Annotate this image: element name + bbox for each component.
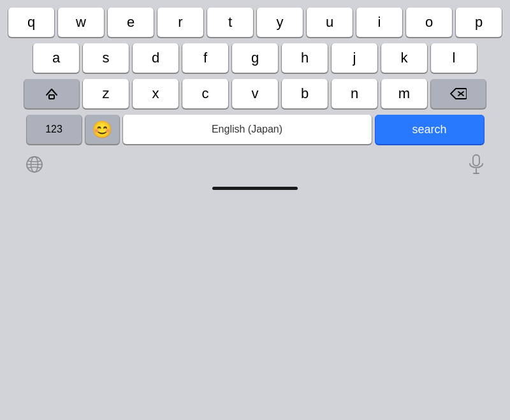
key-i[interactable]: i [356,8,402,37]
key-o[interactable]: o [406,8,452,37]
numeric-label: 123 [45,124,62,135]
shift-key[interactable] [24,79,79,108]
key-e[interactable]: e [108,8,154,37]
keyboard-row-4: 123 😊 English (Japan) search [0,115,510,144]
key-g[interactable]: g [232,43,278,73]
home-bar [212,187,298,190]
key-r[interactable]: r [157,8,203,37]
key-v[interactable]: v [232,79,278,108]
numeric-key[interactable]: 123 [27,115,82,144]
key-l[interactable]: l [431,43,477,73]
delete-icon [450,87,467,100]
key-d[interactable]: d [133,43,178,73]
key-k[interactable]: k [381,43,427,73]
keyboard-row-3: z x c v b n m [0,79,510,108]
key-w[interactable]: w [58,8,104,37]
search-label: search [412,123,446,136]
space-key[interactable]: English (Japan) [123,115,372,144]
mic-svg [468,154,484,175]
emoji-key[interactable]: 😊 [85,115,119,144]
key-b[interactable]: b [282,79,328,108]
key-s[interactable]: s [83,43,129,73]
key-y[interactable]: y [257,8,303,37]
key-z[interactable]: z [83,79,129,108]
globe-icon[interactable] [26,156,43,178]
key-a[interactable]: a [33,43,79,73]
keyboard-row-1: q w e r t y u i o p [0,8,510,37]
key-c[interactable]: c [182,79,228,108]
key-h[interactable]: h [282,43,328,73]
emoji-icon: 😊 [92,120,112,140]
key-t[interactable]: t [207,8,253,37]
key-u[interactable]: u [307,8,353,37]
key-f[interactable]: f [182,43,228,73]
delete-key[interactable] [431,79,486,108]
key-p[interactable]: p [456,8,502,37]
svg-rect-6 [473,155,479,166]
home-indicator [0,182,510,194]
globe-svg [26,156,43,173]
bottom-bar [0,150,510,182]
key-j[interactable]: j [332,43,377,73]
key-q[interactable]: q [8,8,54,37]
shift-icon [44,86,59,101]
search-key[interactable]: search [375,115,484,144]
keyboard-wrapper: q w e r t y u i o p a s d f g h j k l z … [0,0,510,194]
svg-rect-0 [49,95,54,99]
space-label: English (Japan) [212,124,282,135]
key-x[interactable]: x [133,79,178,108]
mic-icon[interactable] [468,154,484,179]
keyboard-row-2: a s d f g h j k l [0,43,510,73]
key-n[interactable]: n [332,79,377,108]
key-m[interactable]: m [381,79,427,108]
